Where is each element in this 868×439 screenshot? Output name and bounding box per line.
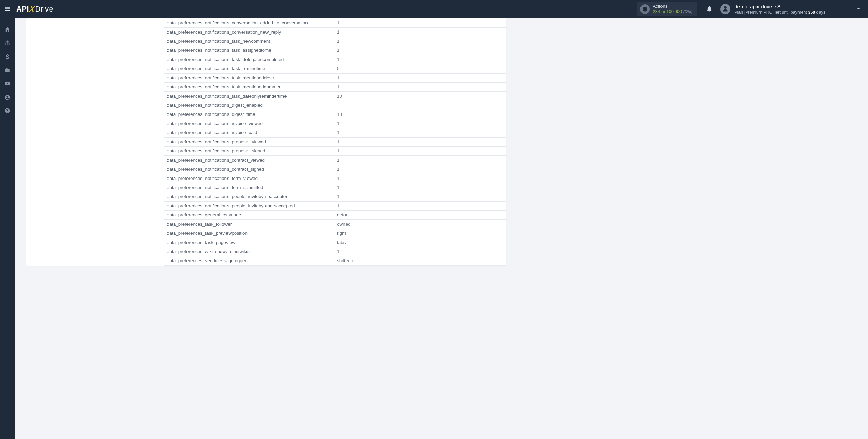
pref-value: 1 — [334, 128, 506, 137]
pref-key: data_preferences_notifications_task_newc… — [164, 37, 334, 46]
table-row: data_preferences_notifications_people_in… — [164, 192, 506, 201]
pref-value: default — [334, 210, 506, 220]
sidebar — [0, 18, 15, 439]
youtube-icon — [4, 81, 11, 88]
actions-text: Actions: 234 of 100'000 (0%) — [653, 4, 693, 14]
pref-key: data_preferences_notifications_people_in… — [164, 201, 334, 210]
pref-value: 1 — [334, 165, 506, 174]
pref-key: data_preferences_task_follower — [164, 220, 334, 229]
table-row: data_preferences_notifications_contract_… — [164, 155, 506, 165]
sidebar-item-account[interactable] — [0, 91, 15, 104]
pref-key: data_preferences_notifications_task_dele… — [164, 55, 334, 64]
plan-suffix: days — [815, 10, 825, 15]
pref-value: right — [334, 229, 506, 238]
user-circle-icon — [4, 94, 11, 101]
actions-used: 234 — [653, 9, 660, 14]
menu-toggle[interactable] — [0, 0, 15, 18]
user-name: demo_apix-drive_s3 — [734, 4, 825, 10]
table-row: data_preferences_task_pageviewtabs — [164, 238, 506, 247]
pref-value: 1 — [334, 192, 506, 201]
pref-value: 1 — [334, 119, 506, 128]
pref-key: data_preferences_notifications_task_ment… — [164, 82, 334, 91]
logo-text-drive: Drive — [35, 5, 53, 14]
pref-value: 10 — [334, 110, 506, 119]
table-row: data_preferences_notifications_task_dele… — [164, 55, 506, 64]
sidebar-item-home[interactable] — [0, 23, 15, 37]
sidebar-item-help[interactable] — [0, 104, 15, 118]
table-row: data_preferences_notifications_task_newc… — [164, 37, 506, 46]
pref-key: data_preferences_task_previewposition — [164, 229, 334, 238]
table-row: data_preferences_notifications_contract_… — [164, 165, 506, 174]
sidebar-item-tools[interactable] — [0, 64, 15, 77]
table-row: data_preferences_notifications_conversat… — [164, 18, 506, 27]
pref-key: data_preferences_notifications_proposal_… — [164, 146, 334, 155]
pref-value: 1 — [334, 146, 506, 155]
table-row: data_preferences_notifications_task_ment… — [164, 73, 506, 82]
pref-value: 1 — [334, 247, 506, 256]
user-plan: Plan |Premium PRO| left until payment 35… — [734, 10, 825, 15]
plan-mid: | left until payment — [773, 10, 808, 15]
actions-of: of — [660, 9, 666, 14]
table-row: data_preferences_notifications_task_date… — [164, 91, 506, 101]
main-area: data_preferences_notifications_conversat… — [15, 18, 868, 439]
pref-key: data_preferences_wiki_showprojectwikis — [164, 247, 334, 256]
sidebar-item-video[interactable] — [0, 77, 15, 91]
preferences-table: data_preferences_notifications_conversat… — [164, 18, 506, 266]
pref-key: data_preferences_notifications_digest_ti… — [164, 110, 334, 119]
table-row: data_preferences_sendmessagetriggershift… — [164, 256, 506, 265]
notifications-button[interactable] — [703, 5, 715, 13]
pref-key: data_preferences_notifications_invoice_v… — [164, 119, 334, 128]
sitemap-icon — [4, 40, 11, 47]
pref-key: data_preferences_notifications_proposal_… — [164, 137, 334, 146]
pref-value: owned — [334, 220, 506, 229]
table-row: data_preferences_notifications_invoice_v… — [164, 119, 506, 128]
pref-key: data_preferences_notifications_conversat… — [164, 18, 334, 27]
dollar-icon — [4, 54, 11, 61]
pref-value: tabs — [334, 238, 506, 247]
pref-value: 1 — [334, 155, 506, 165]
briefcase-icon — [4, 67, 11, 74]
pref-key: data_preferences_notifications_contract_… — [164, 165, 334, 174]
logo[interactable]: APIXDrive — [16, 5, 53, 14]
pref-key: data_preferences_notifications_conversat… — [164, 27, 334, 37]
home-icon — [4, 26, 11, 34]
user-menu[interactable]: demo_apix-drive_s3 Plan |Premium PRO| le… — [720, 4, 861, 15]
actions-limit: 100'000 — [666, 9, 682, 14]
user-icon — [722, 6, 728, 13]
table-row: data_preferences_notifications_task_assi… — [164, 46, 506, 55]
topbar: APIXDrive Actions: 234 of 100'000 (0%) d… — [0, 0, 868, 18]
user-text: demo_apix-drive_s3 Plan |Premium PRO| le… — [734, 4, 825, 15]
question-icon — [4, 108, 11, 115]
pref-value: 1 — [334, 18, 506, 27]
pref-key: data_preferences_notifications_task_date… — [164, 91, 334, 101]
hamburger-icon — [4, 5, 11, 13]
table-row: data_preferences_wiki_showprojectwikis1 — [164, 247, 506, 256]
pref-key: data_preferences_notifications_task_remi… — [164, 64, 334, 73]
bell-icon — [706, 5, 712, 13]
content-card: data_preferences_notifications_conversat… — [26, 18, 506, 266]
table-row: data_preferences_notifications_invoice_p… — [164, 128, 506, 137]
pref-key: data_preferences_notifications_form_view… — [164, 174, 334, 183]
pref-value: 1 — [334, 73, 506, 82]
pref-value: 1 — [334, 137, 506, 146]
actions-label: Actions: — [653, 4, 693, 9]
pref-value: 1 — [334, 174, 506, 183]
pref-value: shiftenter — [334, 256, 506, 265]
logo-text-x: X — [28, 5, 36, 14]
table-row: data_preferences_notifications_people_in… — [164, 201, 506, 210]
pref-key: data_preferences_notifications_contract_… — [164, 155, 334, 165]
table-row: data_preferences_notifications_proposal_… — [164, 137, 506, 146]
sidebar-item-connections[interactable] — [0, 37, 15, 50]
table-row: data_preferences_notifications_task_ment… — [164, 82, 506, 91]
pref-value: 1 — [334, 46, 506, 55]
actions-counts: 234 of 100'000 (0%) — [653, 9, 693, 14]
plan-days: 350 — [808, 10, 815, 15]
table-row: data_preferences_notifications_proposal_… — [164, 146, 506, 155]
pref-value: 5 — [334, 64, 506, 73]
plan-name: Premium PRO — [745, 10, 773, 15]
actions-counter[interactable]: Actions: 234 of 100'000 (0%) — [637, 2, 697, 16]
pref-key: data_preferences_notifications_task_ment… — [164, 73, 334, 82]
table-row: data_preferences_notifications_form_view… — [164, 174, 506, 183]
sidebar-item-billing[interactable] — [0, 50, 15, 64]
pref-value: 1 — [334, 37, 506, 46]
